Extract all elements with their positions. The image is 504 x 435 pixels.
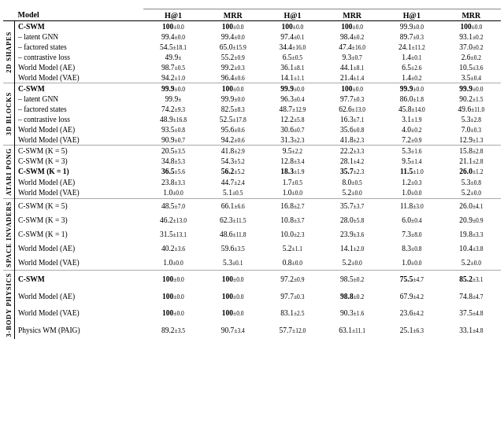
value-cell: 48.6±11.8 — [203, 227, 263, 241]
table-row: – contrastive loss48.9±16.852.5±17.812.2… — [3, 114, 501, 124]
value-cell: 99.9± — [143, 94, 203, 104]
value-cell: 1.0±0.0 — [382, 187, 442, 198]
value-cell: 86.0±1.8 — [382, 94, 442, 104]
value-cell: 98.4±0.2 — [322, 31, 382, 42]
value-cell: 99.4±0.0 — [143, 31, 203, 42]
value-cell: 6.0±0.4 — [382, 213, 442, 227]
value-cell: 8.3±0.8 — [382, 241, 442, 256]
table-row: World Model (VAE)100±0.0100±0.083.1±2.59… — [3, 305, 501, 323]
value-cell: 24.1±11.2 — [382, 42, 442, 52]
value-cell: 26.0±4.1 — [442, 198, 501, 213]
value-cell: 90.9±0.7 — [143, 135, 203, 146]
value-cell: 35.7±2.3 — [322, 167, 382, 177]
value-cell: 5.2±0.0 — [322, 187, 382, 198]
value-cell: 5.1±0.5 — [203, 187, 263, 198]
value-cell: 20.9±0.9 — [442, 213, 501, 227]
mrr-5step: MRR — [322, 9, 382, 21]
value-cell: 14.1±2.0 — [322, 241, 382, 256]
value-cell: 12.9±1.3 — [442, 135, 501, 146]
value-cell: 5.2±0.0 — [442, 256, 501, 271]
value-cell: 55.2±0.9 — [203, 52, 263, 62]
model-name: Physics WM (PAIG) — [15, 322, 144, 339]
value-cell: 59.6±3.5 — [203, 241, 263, 256]
value-cell: 0.8±0.0 — [263, 256, 323, 271]
model-name: World Model (VAE) — [15, 187, 144, 198]
value-cell: 5.2±0.0 — [322, 256, 382, 271]
value-cell: 100±0.0 — [263, 21, 323, 32]
value-cell: 99.9±0.0 — [382, 21, 442, 32]
h1-5step: H@1 — [263, 9, 323, 21]
value-cell: 49.6±11.0 — [442, 104, 501, 114]
table-row: World Model (AE)100±0.0100±0.097.7±0.398… — [3, 288, 501, 305]
value-cell: 33.1±4.8 — [442, 322, 501, 339]
value-cell: 100±0.0 — [442, 21, 501, 32]
value-cell: 7.3±8.0 — [382, 227, 442, 241]
value-cell: 10.5±3.6 — [442, 62, 501, 72]
value-cell: 74.8±4.7 — [442, 288, 501, 305]
value-cell: 7.0±0.3 — [442, 124, 501, 135]
table-row: Physics WM (PAIG)89.2±3.590.7±3.457.7±12… — [3, 322, 501, 339]
table-row: 2D SHAPESC-SWM100±0.0100±0.0100±0.0100±0… — [3, 21, 501, 32]
value-cell: 1.0±0.0 — [263, 187, 323, 198]
value-cell: 37.0±0.2 — [442, 42, 501, 52]
value-cell: 48.9±16.8 — [143, 114, 203, 124]
table-row: World Model (AE)40.2±3.659.6±3.55.2±1.11… — [3, 241, 501, 256]
table-row: – latent GNN99.9±99.9±0.096.3±0.497.7±0.… — [3, 94, 501, 104]
model-name: World Model (VAE) — [15, 305, 144, 323]
value-cell: 49.9± — [143, 52, 203, 62]
model-name: World Model (AE) — [15, 177, 144, 187]
value-cell: 75.5±4.7 — [382, 270, 442, 288]
value-cell: 36.1±8.1 — [263, 62, 323, 72]
value-cell: 47.4±16.0 — [322, 42, 382, 52]
value-cell: 21.4±1.4 — [322, 72, 382, 83]
table-body: 2D SHAPESC-SWM100±0.0100±0.0100±0.0100±0… — [3, 21, 501, 340]
value-cell: 20.5±3.5 — [143, 146, 203, 157]
value-cell: 1.2±0.3 — [382, 177, 442, 187]
value-cell: 67.9±4.2 — [382, 288, 442, 305]
mrr-10step: MRR — [442, 9, 501, 21]
value-cell: 97.2±0.9 — [263, 270, 323, 288]
value-cell: 90.2±1.5 — [442, 94, 501, 104]
table-row: – factored states74.2±9.382.5±8.348.7±12… — [3, 104, 501, 114]
value-cell: 100±0.0 — [203, 288, 263, 305]
value-cell: 97.7±0.3 — [263, 288, 323, 305]
table-row: ATARI PONGC-SWM (K = 5)20.5±3.541.8±2.99… — [3, 146, 501, 157]
mrr-1step: MRR — [203, 9, 263, 21]
model-name: World Model (VAE) — [15, 72, 144, 83]
value-cell: 23.8±3.3 — [143, 177, 203, 187]
value-cell: 54.3±5.2 — [203, 156, 263, 166]
model-name: – factored states — [15, 42, 144, 52]
table-row: World Model (AE)23.8±3.344.7±2.41.7±0.58… — [3, 177, 501, 187]
value-cell: 85.2±3.1 — [442, 270, 501, 288]
value-cell: 100±0.0 — [203, 305, 263, 323]
value-cell: 8.0±0.5 — [322, 177, 382, 187]
value-cell: 54.5±18.1 — [143, 42, 203, 52]
value-cell: 9.5±1.4 — [382, 156, 442, 166]
value-cell: 94.2±0.6 — [203, 135, 263, 146]
model-name: World Model (AE) — [15, 62, 144, 72]
value-cell: 28.0±5.8 — [322, 213, 382, 227]
value-cell: 25.1±6.3 — [382, 322, 442, 339]
table-row: 3-BODY PHYSICSC-SWM100±0.0100±0.097.2±0.… — [3, 270, 501, 288]
group-label: ATARI PONG — [3, 146, 15, 199]
value-cell: 14.1±1.1 — [263, 72, 323, 83]
value-cell: 37.5±4.8 — [442, 305, 501, 323]
value-cell: 2.6±0.2 — [442, 52, 501, 62]
model-name: C-SWM — [15, 270, 144, 288]
model-name: World Model (AE) — [15, 288, 144, 305]
value-cell: 46.2±13.0 — [143, 213, 203, 227]
value-cell: 98.8±0.2 — [322, 288, 382, 305]
table-row: – latent GNN99.4±0.099.4±0.097.4±0.198.4… — [3, 31, 501, 42]
value-cell: 18.3±1.9 — [263, 167, 323, 177]
value-cell: 7.2±0.9 — [382, 135, 442, 146]
value-cell: 21.1±2.8 — [442, 156, 501, 166]
main-container: Model H@1 MRR H@1 MRR H@1 MRR 2D SHAPESC… — [0, 0, 504, 342]
value-cell: 31.3±2.3 — [263, 135, 323, 146]
model-name: C-SWM (K = 5) — [15, 146, 144, 157]
value-cell: 100±0.0 — [143, 305, 203, 323]
value-cell: 5.3±0.1 — [203, 256, 263, 271]
value-cell: 5.3±2.8 — [442, 114, 501, 124]
model-name: C-SWM — [15, 83, 144, 94]
model-name: World Model (VAE) — [15, 135, 144, 146]
value-cell: 52.5±17.8 — [203, 114, 263, 124]
